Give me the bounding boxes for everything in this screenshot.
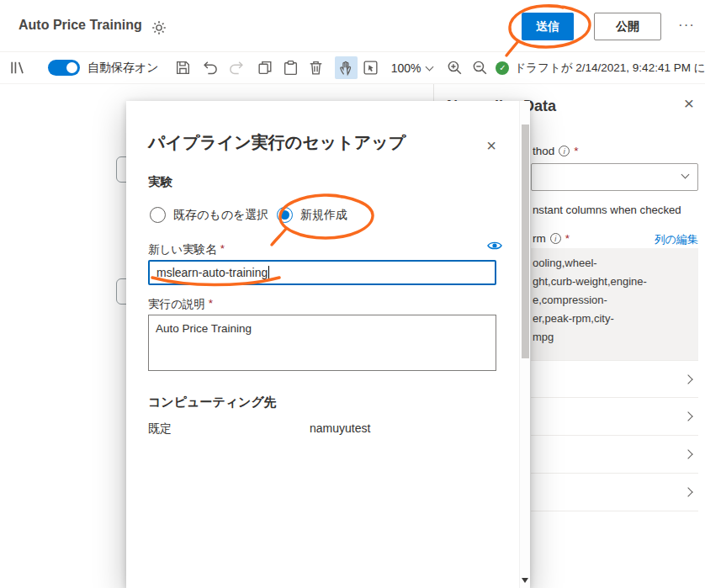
app-header: Auto Price Training 送信 公開 ··· xyxy=(0,0,705,52)
redo-icon[interactable] xyxy=(227,59,245,77)
info-icon xyxy=(559,146,570,156)
eye-icon[interactable] xyxy=(486,239,503,252)
columns-line: ght,curb-weight,engine- xyxy=(533,273,695,291)
close-icon[interactable]: × xyxy=(486,137,496,154)
chevron-right-icon xyxy=(683,411,692,421)
zoom-in-icon[interactable] xyxy=(446,59,464,77)
label-text: 実行の説明 xyxy=(148,297,205,312)
chevron-down-icon xyxy=(681,171,690,179)
save-icon[interactable] xyxy=(174,59,192,77)
required-marker: * xyxy=(574,145,578,157)
run-description-input[interactable]: Auto Price Training xyxy=(148,315,496,371)
chevron-right-icon xyxy=(683,487,692,496)
radio-label: 新規作成 xyxy=(300,208,347,223)
autosave-toggle[interactable] xyxy=(48,60,80,76)
radio-label: 既存のものを選択 xyxy=(173,208,268,223)
selected-columns-box: ooling,wheel- ght,curb-weight,engine- e,… xyxy=(531,248,698,361)
modal-scrollbar[interactable] xyxy=(519,101,530,588)
gear-icon[interactable] xyxy=(151,20,167,35)
more-menu-button[interactable]: ··· xyxy=(678,17,695,34)
compute-target-section-label: コンピューティング先 xyxy=(148,395,277,411)
pipeline-run-setup-dialog: パイプライン実行のセットアップ × 実験 既存のものを選択 新規作成 新しい実験… xyxy=(126,101,530,588)
compute-default-label: 既定 xyxy=(148,421,172,437)
label-text: 新しい実験名 xyxy=(148,242,217,257)
info-icon xyxy=(550,233,561,244)
columns-to-transform-label: rm * xyxy=(531,232,570,245)
required-marker: * xyxy=(220,242,225,257)
radio-selected-icon xyxy=(277,207,293,223)
toolbar: 自動保存オン xyxy=(0,52,705,84)
zoom-out-icon[interactable] xyxy=(471,59,489,77)
close-icon[interactable]: × xyxy=(684,94,694,112)
panel-section-row[interactable] xyxy=(531,436,698,474)
panel-section-row[interactable] xyxy=(531,398,698,436)
text-caret xyxy=(268,266,269,279)
toggle-knob xyxy=(66,62,77,73)
run-description-label: 実行の説明 * xyxy=(148,297,213,312)
chevron-right-icon xyxy=(683,449,692,458)
transformation-method-label: thod * xyxy=(531,145,579,157)
undo-icon[interactable] xyxy=(202,59,220,77)
component-library-icon[interactable] xyxy=(8,59,26,77)
input-value: mslearn-auto-training xyxy=(156,266,268,279)
columns-line: e,compression- xyxy=(533,291,695,310)
compute-target-value: namuyutest xyxy=(310,421,370,435)
autosave-label: 自動保存オン xyxy=(87,61,159,76)
submit-button[interactable]: 送信 xyxy=(522,13,574,40)
select-tool-icon[interactable] xyxy=(362,59,379,77)
experiment-section-label: 実験 xyxy=(148,174,172,190)
zoom-level-value: 100% xyxy=(391,61,421,75)
scrollbar-thumb[interactable] xyxy=(522,124,529,358)
edit-columns-link[interactable]: 列の編集 xyxy=(655,232,698,247)
scroll-down-arrow-icon[interactable] xyxy=(522,578,528,583)
dialog-title: パイプライン実行のセットアップ xyxy=(148,131,406,154)
constant-columns-checkbox-label: nstant columns when checked xyxy=(531,204,681,216)
required-marker: * xyxy=(209,297,213,312)
label-text: rm xyxy=(533,232,546,245)
zoom-level[interactable]: 100% xyxy=(391,61,433,75)
columns-line: mpg xyxy=(533,328,695,347)
delete-icon[interactable] xyxy=(307,59,325,77)
textarea-value: Auto Price Training xyxy=(156,322,252,335)
app-window: Auto Price Training 送信 公開 ··· 自動保存オン xyxy=(0,0,705,588)
required-marker: * xyxy=(565,232,570,245)
transformation-method-dropdown[interactable] xyxy=(531,163,698,191)
pan-hand-icon[interactable] xyxy=(335,56,358,79)
publish-button[interactable]: 公開 xyxy=(594,13,661,40)
radio-existing-experiment[interactable]: 既存のものを選択 xyxy=(150,207,268,223)
columns-line: er,peak-rpm,city- xyxy=(533,310,695,328)
autosave-success-icon xyxy=(496,61,509,75)
panel-section-row[interactable] xyxy=(531,474,698,511)
radio-unselected-icon xyxy=(150,207,166,223)
experiment-name-label: 新しい実験名 * xyxy=(148,242,225,257)
columns-line: ooling,wheel- xyxy=(533,254,695,273)
paste-icon[interactable] xyxy=(282,59,299,77)
pipeline-title: Auto Price Training xyxy=(19,18,142,33)
panel-section-row[interactable] xyxy=(531,360,698,398)
label-text: thod xyxy=(533,145,554,157)
chevron-down-icon xyxy=(426,62,434,71)
copy-icon[interactable] xyxy=(257,59,274,77)
experiment-name-input[interactable]: mslearn-auto-training xyxy=(148,260,496,285)
radio-new-experiment[interactable]: 新規作成 xyxy=(277,207,347,223)
chevron-right-icon xyxy=(683,374,692,384)
autosave-status-text: ドラフトが 2/14/2021, 9:42:41 PM に自 xyxy=(514,61,705,76)
